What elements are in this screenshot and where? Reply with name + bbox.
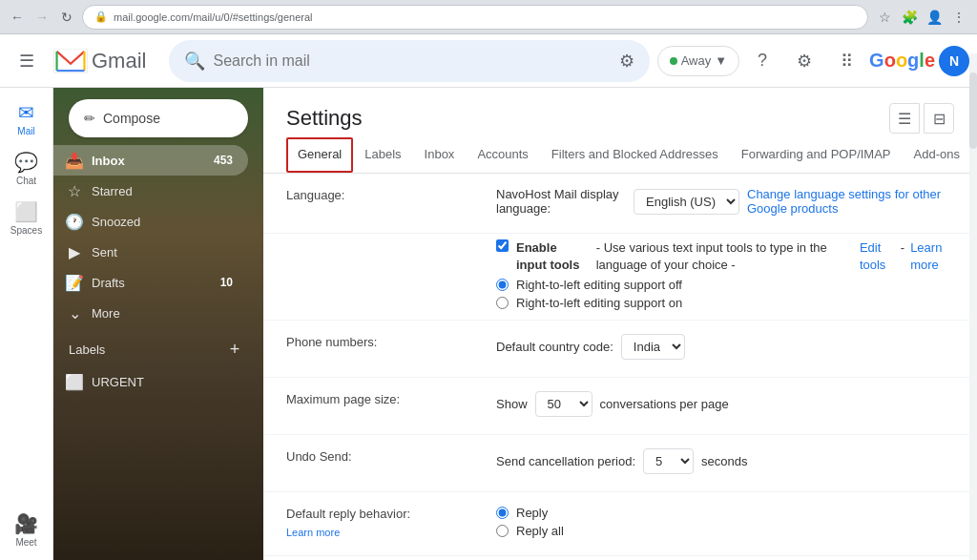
tab-labels-label: Labels [364,147,401,161]
sidebar-item-drafts[interactable]: 📝 Drafts 10 [53,267,248,298]
starred-icon: ☆ [65,182,84,200]
tab-accounts[interactable]: Accounts [466,137,539,173]
learn-more-input-link[interactable]: Learn more [910,239,954,274]
forward-button[interactable]: → [32,8,52,27]
tab-general[interactable]: General [286,137,353,173]
tab-forwarding[interactable]: Forwarding and POP/IMAP [730,137,903,173]
edit-tools-link[interactable]: Edit tools [860,239,895,274]
compact-view-button[interactable]: ☰ [889,103,920,134]
browser-bar: ← → ↻ 🔒 mail.google.com/mail/u/0/#settin… [0,0,977,34]
compose-label: Compose [103,111,160,126]
page-size-row: Maximum page size: Show 50 25 100 conver… [263,378,977,435]
extension-icon[interactable]: 🧩 [899,7,920,28]
search-bar[interactable]: 🔍 ⚙ [169,40,649,82]
undo-send-label: Undo Send: [286,448,496,478]
help-button[interactable]: ? [743,42,781,80]
tab-forwarding-label: Forwarding and POP/IMAP [741,147,891,161]
more-icon: ⌄ [65,304,84,322]
view-toggle: ☰ ⊟ [889,103,954,134]
tab-addons[interactable]: Add-ons [903,137,971,173]
reply-learn-more-link[interactable]: Learn more [286,527,340,538]
icon-bar: ✉ Mail 💬 Chat ⬜ Spaces 🎥 Meet [0,88,53,560]
apps-grid-button[interactable]: ⠿ [827,42,865,80]
meet-icon: 🎥 [14,512,38,535]
tab-labels[interactable]: Labels [353,137,412,173]
phone-row: Phone numbers: Default country code: Ind… [263,321,977,378]
gmail-logo-icon [53,49,88,73]
sidebar-item-sent[interactable]: ▶ Sent [53,237,248,267]
undo-send-select[interactable]: 5 10 20 30 [643,448,694,474]
meet-label: Meet [15,537,36,548]
country-select[interactable]: India [621,334,685,360]
input-tools-checkbox-label[interactable]: Enable input tools - Use various text in… [516,239,954,274]
sidebar-item-snoozed[interactable]: 🕐 Snoozed [53,206,248,237]
reply-radio[interactable] [496,507,509,519]
settings-body: Language: NavoHost Mail display language… [263,174,977,560]
google-branding: Google [869,50,935,72]
reply-behavior-label: Default reply behavior: Learn more [286,506,496,542]
rtl-on-label[interactable]: Right-to-left editing support on [516,296,682,310]
mail-label: Mail [17,126,34,136]
input-tools-label [286,239,496,314]
spaces-icon: ⬜ [14,200,38,223]
tab-inbox[interactable]: Inbox [413,137,467,173]
input-tools-dash: - [901,239,904,257]
comfortable-view-button[interactable]: ⊟ [924,103,954,134]
away-status-button[interactable]: Away ▼ [657,46,739,76]
reply-all-radio[interactable] [496,525,509,537]
scrollbar[interactable] [969,88,977,560]
profile-button[interactable]: 👤 [924,7,945,28]
settings-button[interactable]: ⚙ [785,42,823,80]
icon-bar-mail[interactable]: ✉ Mail [4,95,50,141]
label-icon: ⬜ [65,373,84,391]
icon-bar-spaces[interactable]: ⬜ Spaces [4,195,50,240]
sidebar-item-inbox[interactable]: 📥 Inbox 453 [53,145,248,176]
icon-bar-meet[interactable]: 🎥 Meet [4,507,50,552]
tab-accounts-label: Accounts [477,147,528,161]
reply-behavior-control: Reply Reply all [496,506,954,542]
inbox-count: 453 [214,154,233,167]
sidebar-drafts-label: Drafts [92,276,213,290]
tab-filters-label: Filters and Blocked Addresses [551,147,718,161]
input-tools-desc: - Use various text input tools to type i… [596,239,854,274]
menu-button[interactable]: ⋮ [948,7,969,28]
search-options-button[interactable]: ⚙ [619,51,634,72]
rtl-off-label[interactable]: Right-to-left editing support off [516,278,682,292]
sidebar-item-more[interactable]: ⌄ More [53,298,248,328]
sidebar-starred-label: Starred [92,184,233,198]
chat-label: Chat [16,176,36,186]
page-size-suffix: conversations per page [600,397,729,411]
change-language-link[interactable]: Change language settings for other Googl… [747,187,954,216]
add-label-button[interactable]: + [221,336,248,363]
inbox-icon: 📥 [65,152,84,170]
user-avatar[interactable]: N [939,46,969,76]
sidebar-item-starred[interactable]: ☆ Starred [53,176,248,206]
label-item-urgent[interactable]: ⬜ URGENT [53,366,248,397]
rtl-on-radio[interactable] [496,297,509,309]
spaces-label: Spaces [10,225,42,236]
hamburger-menu-button[interactable]: ☰ [8,42,46,80]
away-chevron: ▼ [715,53,727,68]
reply-label[interactable]: Reply [516,506,548,520]
tab-filters[interactable]: Filters and Blocked Addresses [540,137,730,173]
page-size-select[interactable]: 50 25 100 [535,391,592,417]
phone-label: Phone numbers: [286,334,496,363]
icon-bar-chat[interactable]: 💬 Chat [4,145,50,191]
rtl-off-radio[interactable] [496,279,509,291]
reply-all-label[interactable]: Reply all [516,524,564,538]
search-input[interactable] [213,52,611,70]
input-tools-checkbox[interactable] [496,239,509,252]
url-bar[interactable]: 🔒 mail.google.com/mail/u/0/#settings/gen… [82,5,868,30]
phone-prefix: Default country code: [496,340,613,354]
url-text: mail.google.com/mail/u/0/#settings/gener… [114,11,313,23]
compose-button[interactable]: ✏ Compose [69,99,248,137]
language-control: NavoHost Mail display language: English … [496,187,954,219]
bookmark-star-button[interactable]: ☆ [874,7,895,28]
language-select[interactable]: English (US) [634,189,739,215]
scrollbar-thumb [969,88,977,149]
reload-button[interactable]: ↻ [57,8,76,27]
settings-title: Settings [286,106,363,131]
language-prefix: NavoHost Mail display language: [496,187,626,216]
sidebar-more-label: More [92,306,233,321]
back-button[interactable]: ← [8,8,27,27]
